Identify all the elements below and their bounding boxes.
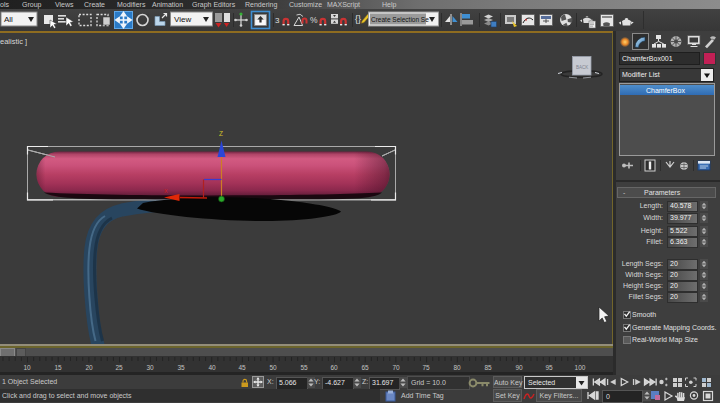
svg-text:BACK: BACK bbox=[576, 65, 588, 70]
svg-text:Create Selection Se: Create Selection Se bbox=[371, 16, 429, 23]
svg-text:25: 25 bbox=[115, 364, 123, 371]
svg-text:80: 80 bbox=[453, 364, 461, 371]
svg-text:55: 55 bbox=[300, 364, 308, 371]
svg-text:10: 10 bbox=[23, 364, 31, 371]
svg-text:100: 100 bbox=[575, 364, 586, 371]
svg-text:15: 15 bbox=[54, 364, 62, 371]
svg-text:45: 45 bbox=[238, 364, 246, 371]
svg-text:20: 20 bbox=[85, 364, 93, 371]
svg-text:{}: {} bbox=[355, 14, 361, 24]
svg-text:65: 65 bbox=[361, 364, 369, 371]
svg-text:%: % bbox=[310, 15, 318, 25]
svg-text:View: View bbox=[174, 15, 191, 24]
svg-text:Z: Z bbox=[219, 130, 223, 137]
svg-text:40: 40 bbox=[208, 364, 216, 371]
svg-text:90: 90 bbox=[515, 364, 523, 371]
svg-text:3: 3 bbox=[275, 16, 280, 25]
svg-text:ealistic ]: ealistic ] bbox=[0, 37, 27, 46]
svg-text:50: 50 bbox=[269, 364, 277, 371]
svg-text:85: 85 bbox=[484, 364, 492, 371]
svg-text:60: 60 bbox=[330, 364, 338, 371]
svg-text:95: 95 bbox=[545, 364, 553, 371]
svg-text:X: X bbox=[164, 188, 168, 194]
svg-text:35: 35 bbox=[177, 364, 185, 371]
svg-text:All: All bbox=[4, 15, 13, 24]
svg-text:75: 75 bbox=[422, 364, 430, 371]
svg-text:70: 70 bbox=[392, 364, 400, 371]
svg-text:30: 30 bbox=[146, 364, 154, 371]
